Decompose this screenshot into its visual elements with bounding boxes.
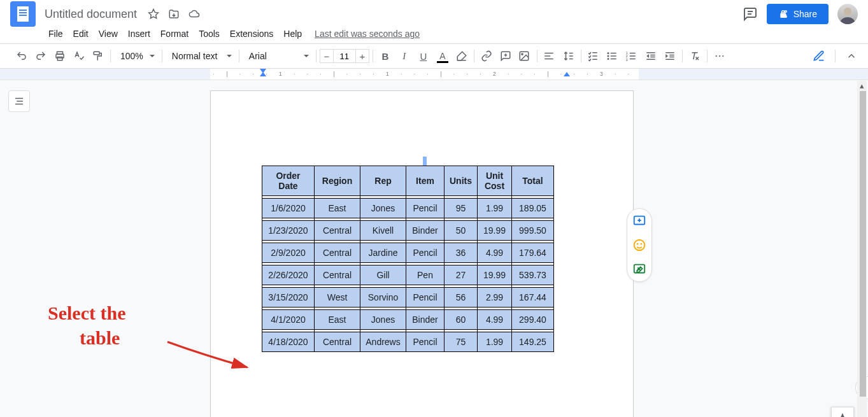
spellcheck-button[interactable] — [70, 47, 88, 65]
align-button[interactable] — [541, 47, 559, 65]
bulleted-list-button[interactable] — [604, 47, 622, 65]
last-edit-link[interactable]: Last edit was seconds ago — [315, 29, 420, 39]
highlight-button[interactable] — [453, 47, 471, 65]
menu-file[interactable]: File — [43, 26, 68, 41]
underline-button[interactable]: U — [415, 47, 432, 65]
docs-home-icon[interactable] — [10, 1, 36, 27]
hide-menus-button[interactable] — [843, 47, 860, 65]
insert-comment-button[interactable] — [497, 47, 515, 65]
zoom-select[interactable]: 100% — [114, 47, 159, 65]
svg-point-24 — [608, 59, 609, 60]
checklist-button[interactable] — [585, 47, 602, 65]
menu-view[interactable]: View — [94, 26, 123, 41]
font-size-decrease[interactable]: − — [320, 49, 334, 63]
move-icon[interactable] — [166, 6, 181, 22]
horizontal-ruler[interactable]: 2 · · · | · · · 1 · · · | · · · 1 · · · … — [0, 69, 868, 80]
font-size-increase[interactable]: + — [355, 49, 369, 63]
indent-decrease-button[interactable] — [642, 47, 660, 65]
redo-button[interactable] — [32, 47, 50, 65]
svg-point-23 — [608, 55, 609, 57]
toolbar: 100% Normal text Arial − + B I U A 123 — [0, 43, 868, 69]
paragraph-style-select[interactable]: Normal text — [166, 47, 236, 65]
undo-button[interactable] — [13, 47, 31, 65]
title-bar: Untitled document Share — [0, 0, 868, 25]
svg-point-47 — [719, 55, 720, 57]
account-avatar[interactable] — [837, 4, 858, 24]
svg-rect-8 — [94, 52, 99, 55]
svg-point-22 — [608, 53, 609, 54]
paint-format-button[interactable] — [89, 47, 107, 65]
svg-point-46 — [715, 55, 716, 57]
menu-tools[interactable]: Tools — [194, 26, 225, 41]
document-title[interactable]: Untitled document — [41, 6, 141, 22]
star-icon[interactable] — [146, 6, 161, 22]
font-size-control: − + — [320, 49, 369, 63]
numbered-list-button[interactable]: 123 — [623, 47, 641, 65]
bold-button[interactable]: B — [376, 47, 394, 65]
menu-edit[interactable]: Edit — [68, 26, 94, 41]
line-spacing-button[interactable] — [560, 47, 578, 65]
menu-format[interactable]: Format — [155, 26, 194, 41]
editing-mode-button[interactable] — [808, 47, 833, 65]
svg-marker-0 — [149, 10, 159, 18]
menu-extensions[interactable]: Extensions — [225, 26, 278, 41]
share-label: Share — [793, 9, 817, 19]
svg-rect-3 — [780, 13, 786, 18]
svg-marker-38 — [646, 54, 649, 58]
more-button[interactable] — [711, 47, 729, 65]
svg-marker-43 — [665, 54, 668, 58]
font-select[interactable]: Arial — [243, 47, 313, 65]
menu-insert[interactable]: Insert — [123, 26, 155, 41]
text-color-button[interactable]: A — [434, 47, 452, 65]
italic-button[interactable]: I — [395, 47, 413, 65]
menu-bar: File Edit View Insert Format Tools Exten… — [0, 25, 868, 43]
clear-formatting-button[interactable] — [686, 47, 704, 65]
svg-point-12 — [522, 53, 523, 55]
menu-help[interactable]: Help — [278, 26, 307, 41]
insert-link-button[interactable] — [478, 47, 495, 65]
svg-text:3: 3 — [626, 58, 628, 62]
left-indent-marker[interactable] — [260, 72, 266, 76]
svg-point-4 — [844, 8, 851, 15]
comment-history-icon[interactable] — [743, 6, 758, 22]
insert-image-button[interactable] — [516, 47, 534, 65]
share-button[interactable]: Share — [767, 4, 829, 24]
right-indent-marker[interactable] — [564, 72, 570, 76]
indent-increase-button[interactable] — [661, 47, 679, 65]
font-size-input[interactable] — [334, 49, 355, 63]
svg-point-48 — [722, 55, 723, 57]
print-button[interactable] — [51, 47, 69, 65]
cloud-status-icon[interactable] — [187, 6, 202, 22]
